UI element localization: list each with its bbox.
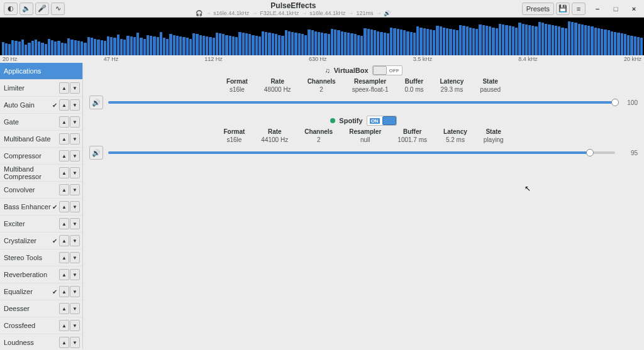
spectrum-bar xyxy=(18,41,21,55)
presets-button[interactable]: Presets xyxy=(522,3,554,15)
move-up-button[interactable]: ▲ xyxy=(59,167,69,178)
sidebar-item-compressor[interactable]: Compressor▲▼ xyxy=(0,148,82,165)
app-enable-toggle[interactable]: ON xyxy=(367,116,397,126)
move-up-button[interactable]: ▲ xyxy=(59,184,69,195)
move-down-button[interactable]: ▼ xyxy=(70,99,80,111)
spectrum-bar xyxy=(291,32,294,55)
spectrum-bar xyxy=(403,30,406,55)
spectrum-bar xyxy=(640,38,643,55)
move-down-button[interactable]: ▼ xyxy=(70,150,80,161)
menu-icon-button[interactable]: ≡ xyxy=(572,3,586,15)
sidebar-item-convolver[interactable]: Convolver▲▼ xyxy=(0,182,82,199)
move-up-button[interactable]: ▲ xyxy=(59,99,69,111)
info-col-latency: Latency29.3 ms xyxy=(440,78,464,93)
sidebar-item-equalizer[interactable]: Equalizer✔▲▼ xyxy=(0,283,82,300)
spectrum-bar xyxy=(203,36,205,55)
move-up-button[interactable]: ▲ xyxy=(59,303,69,314)
frequency-label: 3.5 kHz xyxy=(413,56,433,62)
move-down-button[interactable]: ▼ xyxy=(70,201,80,212)
move-up-button[interactable]: ▲ xyxy=(59,218,69,229)
spectrum-bar xyxy=(545,24,547,55)
headphones-icon: 🎧 xyxy=(196,10,203,16)
info-col-state: Stateplaying xyxy=(484,128,504,143)
move-down-button[interactable]: ▼ xyxy=(70,235,80,246)
sidebar-item-crystalizer[interactable]: Crystalizer✔▲▼ xyxy=(0,232,82,249)
sidebar-item-bass-enhancer[interactable]: Bass Enhancer✔▲▼ xyxy=(0,199,82,216)
output-icon-button[interactable]: 🔈 xyxy=(19,3,33,15)
move-down-button[interactable]: ▼ xyxy=(70,269,80,280)
effect-label: Stereo Tools xyxy=(3,254,51,261)
input-icon-button[interactable]: 🎤 xyxy=(35,3,49,15)
sidebar-item-stereo-tools[interactable]: Stereo Tools▲▼ xyxy=(0,249,82,266)
spectrum-bar xyxy=(281,36,284,55)
app-enable-toggle[interactable]: OFF xyxy=(372,65,402,75)
spectrum-bar xyxy=(169,34,172,55)
spectrum-bar xyxy=(433,30,435,55)
sidebar-item-deesser[interactable]: Deesser▲▼ xyxy=(0,300,82,317)
sidebar-item-gate[interactable]: Gate▲▼ xyxy=(0,114,82,131)
spectrum-bar xyxy=(140,38,142,55)
volume-slider[interactable] xyxy=(108,148,615,157)
spectrum-bar xyxy=(502,25,504,55)
sidebar-item-auto-gain[interactable]: Auto Gain✔▲▼ xyxy=(0,97,82,114)
move-up-button[interactable]: ▲ xyxy=(59,337,69,348)
move-down-button[interactable]: ▼ xyxy=(70,133,80,145)
sidebar-item-applications[interactable]: Applications xyxy=(0,63,82,80)
spectrum-bar xyxy=(113,38,116,55)
spectrum-bar xyxy=(416,26,419,55)
move-up-button[interactable]: ▲ xyxy=(59,133,69,145)
effect-label: Multiband Gate xyxy=(3,135,51,143)
volume-slider[interactable] xyxy=(108,98,615,107)
spectrum-bar xyxy=(5,43,8,55)
spectrum-bar xyxy=(509,26,511,55)
frequency-label: 630 Hz xyxy=(309,56,327,62)
sidebar-item-loudness[interactable]: Loudness▲▼ xyxy=(0,334,82,349)
mute-button[interactable]: 🔊 xyxy=(89,96,103,109)
sidebar-item-multiband-compressor[interactable]: Multiband Compressor▲▼ xyxy=(0,165,82,182)
sidebar-item-multiband-gate[interactable]: Multiband Gate▲▼ xyxy=(0,131,82,148)
spectrum-bar xyxy=(637,37,640,55)
frequency-label: 20 Hz xyxy=(3,56,18,62)
move-down-button[interactable]: ▼ xyxy=(70,320,80,331)
spectrum-bar xyxy=(364,28,366,55)
move-up-button[interactable]: ▲ xyxy=(59,116,69,128)
sidebar-item-crossfeed[interactable]: Crossfeed▲▼ xyxy=(0,317,82,334)
spectrum-bar xyxy=(604,30,606,55)
spectrum-bar xyxy=(390,28,392,55)
spectrum-bar xyxy=(213,38,215,55)
move-down-button[interactable]: ▼ xyxy=(70,116,80,128)
wave-icon-button[interactable]: ∿ xyxy=(51,3,65,15)
move-up-button[interactable]: ▲ xyxy=(59,235,69,246)
move-down-button[interactable]: ▼ xyxy=(70,286,80,297)
spectrum-bar xyxy=(601,29,603,55)
spotify-icon xyxy=(330,118,335,123)
info-header: Channels xyxy=(308,78,336,85)
spectrum-bar xyxy=(94,39,96,55)
spectrum-bar xyxy=(143,39,146,55)
app-icon-button[interactable]: ◐ xyxy=(4,3,18,15)
move-down-button[interactable]: ▼ xyxy=(70,184,80,195)
move-down-button[interactable]: ▼ xyxy=(70,337,80,348)
move-down-button[interactable]: ▼ xyxy=(70,218,80,229)
move-down-button[interactable]: ▼ xyxy=(70,82,80,94)
save-icon-button[interactable]: 💾 xyxy=(556,3,570,15)
move-up-button[interactable]: ▲ xyxy=(59,269,69,280)
minimize-button[interactable]: – xyxy=(591,3,604,15)
move-up-button[interactable]: ▲ xyxy=(59,252,69,263)
close-button[interactable]: × xyxy=(628,3,640,15)
move-up-button[interactable]: ▲ xyxy=(59,320,69,331)
spectrum-bar xyxy=(627,35,630,55)
move-up-button[interactable]: ▲ xyxy=(59,150,69,161)
sidebar-item-exciter[interactable]: Exciter▲▼ xyxy=(0,216,82,232)
move-up-button[interactable]: ▲ xyxy=(59,201,69,212)
sidebar-item-reverberation[interactable]: Reverberation▲▼ xyxy=(0,266,82,283)
move-down-button[interactable]: ▼ xyxy=(70,167,80,178)
sidebar-item-limiter[interactable]: Limiter▲▼ xyxy=(0,80,82,97)
move-up-button[interactable]: ▲ xyxy=(59,82,69,94)
info-header: Latency xyxy=(443,128,467,135)
move-down-button[interactable]: ▼ xyxy=(70,303,80,314)
move-up-button[interactable]: ▲ xyxy=(59,286,69,297)
move-down-button[interactable]: ▼ xyxy=(70,252,80,263)
mute-button[interactable]: 🔊 xyxy=(89,146,103,160)
maximize-button[interactable]: □ xyxy=(609,3,622,15)
